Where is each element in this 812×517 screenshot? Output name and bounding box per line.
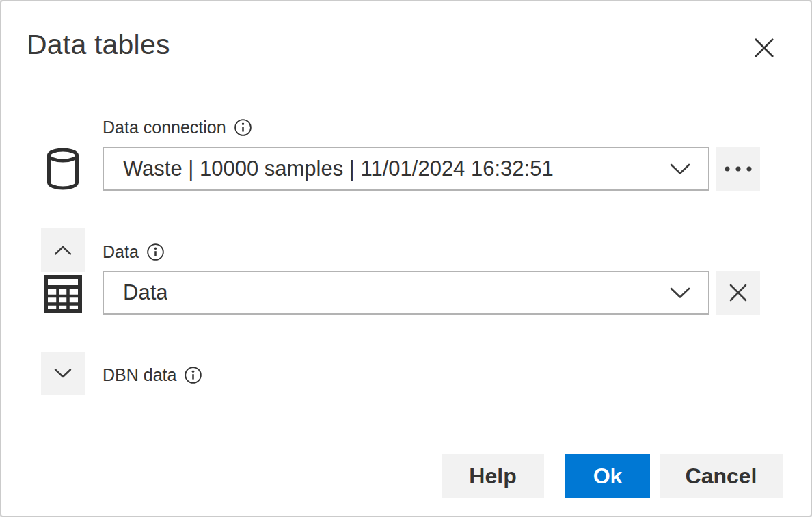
chevron-up-icon (54, 245, 72, 256)
info-icon[interactable] (234, 118, 252, 137)
data-label-row: Data (103, 239, 165, 264)
data-label: Data (103, 242, 139, 262)
data-tables-dialog: Data tables Data connection Waste | 1000… (0, 0, 812, 517)
data-connection-value: Waste | 10000 samples | 11/01/2024 16:32… (123, 157, 554, 181)
close-icon (753, 36, 776, 59)
ellipsis-icon (723, 165, 753, 172)
data-connection-label-row: Data connection (103, 115, 252, 140)
help-button[interactable]: Help (442, 454, 544, 498)
info-icon[interactable] (184, 366, 202, 384)
ok-button[interactable]: Ok (565, 454, 650, 498)
data-connection-more-button[interactable] (716, 147, 760, 191)
close-icon (727, 282, 749, 304)
dialog-title: Data tables (27, 29, 170, 61)
chevron-down-icon (54, 368, 72, 379)
dbn-data-label: DBN data (103, 365, 176, 385)
chevron-down-icon (670, 287, 690, 299)
data-table-remove-button[interactable] (716, 271, 760, 315)
chevron-down-icon (670, 163, 690, 175)
database-icon (44, 146, 82, 191)
data-table-select[interactable]: Data (103, 271, 709, 315)
cancel-button[interactable]: Cancel (660, 454, 783, 498)
data-connection-select[interactable]: Waste | 10000 samples | 11/01/2024 16:32… (103, 147, 709, 191)
table-icon (42, 274, 83, 315)
data-section-collapse-button[interactable] (41, 228, 85, 272)
dbn-section-expand-button[interactable] (41, 352, 85, 395)
data-connection-label: Data connection (103, 118, 226, 137)
dialog-close-button[interactable] (749, 33, 779, 63)
dbn-data-label-row: DBN data (103, 362, 202, 387)
info-icon[interactable] (146, 243, 165, 261)
data-table-value: Data (123, 280, 167, 305)
